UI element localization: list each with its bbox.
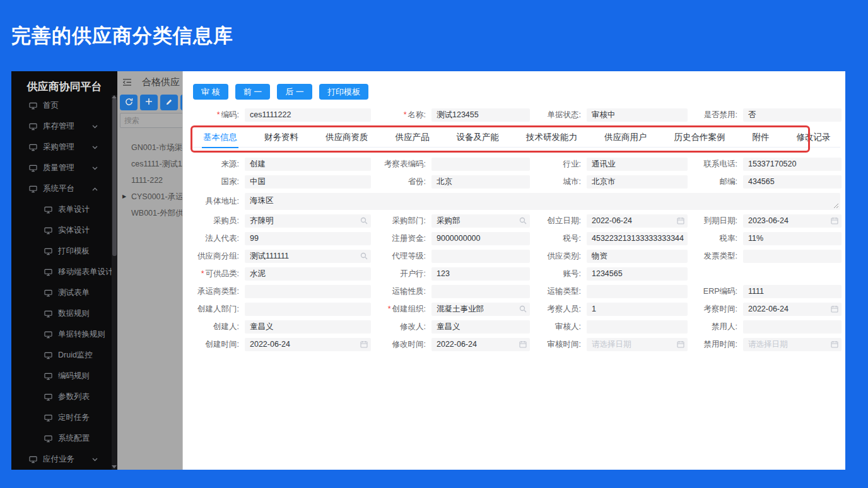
refresh-button[interactable] — [120, 95, 138, 110]
text-field[interactable] — [743, 250, 842, 263]
text-field[interactable] — [245, 303, 371, 316]
add-button[interactable] — [140, 95, 158, 110]
sidebar-subitem[interactable]: 移动端表单设计列表 — [11, 262, 112, 282]
text-field[interactable]: 创建 — [245, 158, 371, 171]
sidebar-subitem[interactable]: 系统配置 — [11, 428, 112, 449]
text-field[interactable]: 434565 — [743, 175, 842, 189]
text-field[interactable]: 123 — [431, 267, 530, 281]
tab-item[interactable]: 基本信息 — [203, 132, 237, 143]
sidebar-subitem[interactable]: 测试表单 — [11, 282, 112, 303]
lookup-field[interactable]: 混凝土事业部 — [431, 303, 530, 316]
text-field[interactable]: 否 — [743, 108, 842, 122]
text-field[interactable]: 15337170520 — [743, 158, 842, 171]
text-field[interactable]: 通讯业 — [587, 158, 688, 171]
text-field[interactable] — [431, 250, 530, 263]
text-field[interactable] — [431, 158, 530, 171]
text-field[interactable]: 1 — [587, 303, 688, 316]
text-field[interactable]: 审核中 — [587, 108, 688, 122]
text-field[interactable]: 11% — [743, 232, 842, 245]
tab-item[interactable]: 设备及产能 — [457, 132, 500, 143]
lookup-field[interactable]: 测试111111 — [245, 250, 371, 263]
date-field[interactable]: 请选择日期 — [587, 338, 688, 351]
field-value: 通讯业 — [592, 160, 616, 168]
tab-item[interactable]: 供应商用户 — [604, 132, 647, 143]
text-field[interactable] — [431, 285, 530, 298]
form-row: 国家:中国省份:北京城市:北京市邮编:434565 — [188, 173, 840, 190]
lookup-field[interactable]: 采购部 — [431, 214, 530, 228]
collapse-sidebar-icon[interactable] — [122, 78, 132, 86]
sidebar-item[interactable]: 首页 — [11, 95, 112, 116]
text-field[interactable] — [587, 320, 688, 334]
date-field[interactable]: 2022-06-24 — [587, 214, 688, 228]
date-field[interactable]: 2023-06-24 — [743, 214, 842, 228]
text-field[interactable]: 1111 — [743, 285, 842, 298]
text-field[interactable]: 99 — [245, 232, 371, 245]
text-field[interactable]: 9000000000 — [431, 232, 530, 245]
plus-icon — [145, 98, 153, 107]
sidebar-item[interactable]: 系统平台 — [11, 178, 112, 199]
resize-handle-icon[interactable] — [833, 203, 839, 209]
sidebar-subitem[interactable]: 表单设计 — [11, 199, 112, 220]
address-textarea[interactable]: 海珠区 — [245, 193, 840, 210]
text-field[interactable]: 童昌义 — [245, 320, 371, 334]
scroll-down-icon[interactable] — [112, 465, 117, 468]
tab-item[interactable]: 供应产品 — [396, 132, 430, 143]
tab-item[interactable]: 财务资料 — [264, 132, 298, 143]
list-toolbar: 全 — [120, 95, 183, 110]
list-item[interactable]: GN001-市场渠道 — [117, 139, 183, 156]
tab-item[interactable]: 附件 — [753, 132, 770, 143]
field-value: 中国 — [250, 177, 266, 186]
lookup-field[interactable]: 齐陳明 — [245, 214, 371, 228]
text-field[interactable]: 水泥 — [245, 267, 371, 281]
list-item[interactable]: WB001-外部供应 — [117, 205, 183, 221]
sidebar-item[interactable]: 质量管理 — [11, 158, 112, 178]
next-button[interactable]: 后 一 — [277, 84, 312, 100]
sidebar-item[interactable]: 采购管理 — [11, 137, 112, 158]
sidebar-subitem[interactable]: 打印模板 — [11, 241, 112, 262]
tab-item[interactable]: 修改记录 — [797, 132, 831, 143]
audit-button[interactable]: 审 核 — [193, 84, 228, 100]
tab-item[interactable]: 供应商资质 — [326, 132, 368, 143]
sidebar-subitem[interactable]: 单据转换规则 — [11, 324, 112, 345]
sidebar-subitem[interactable]: 实体设计 — [11, 220, 112, 241]
sidebar-subitem[interactable]: 编码规则 — [11, 366, 112, 386]
text-field[interactable]: 物资 — [587, 250, 688, 263]
text-field[interactable]: 中国 — [245, 175, 371, 189]
list-item[interactable]: ▶CYS0001-承运商 — [117, 189, 183, 205]
text-field[interactable] — [743, 320, 842, 334]
edit-button[interactable] — [160, 95, 178, 110]
text-field[interactable]: 北京 — [431, 175, 530, 189]
print-template-button[interactable]: 打印模板 — [319, 84, 368, 100]
date-field[interactable]: 请选择日期 — [743, 338, 842, 351]
date-field[interactable]: 2022-06-24 — [743, 303, 842, 316]
previous-button[interactable]: 前 一 — [235, 84, 271, 100]
text-field[interactable]: 1234565 — [587, 267, 688, 281]
sidebar-subitem[interactable]: Druid监控 — [11, 345, 112, 366]
list-item[interactable]: ces1111-测试111 — [117, 156, 183, 172]
text-field[interactable]: 测试123455 — [431, 108, 530, 122]
scrollbar-thumb[interactable] — [112, 98, 117, 256]
sidebar-subitem[interactable]: 参数列表 — [11, 386, 112, 407]
text-field[interactable]: ces1111222 — [245, 108, 371, 122]
field-label: 单据状态: — [531, 110, 585, 120]
search-input[interactable] — [120, 113, 183, 128]
list-item[interactable]: 1111-222 — [117, 172, 183, 189]
sidebar-scrollbar[interactable] — [112, 95, 117, 470]
date-field[interactable]: 2022-06-24 — [245, 338, 371, 351]
date-field[interactable]: 2022-06-24 — [431, 338, 530, 351]
text-field[interactable] — [587, 285, 688, 298]
tab-item[interactable]: 技术研发能力 — [526, 132, 577, 143]
expand-arrow-icon[interactable]: ▶ — [122, 189, 126, 205]
tab-item[interactable]: 历史合作案例 — [674, 132, 725, 143]
monitor-icon — [44, 310, 52, 318]
text-field[interactable]: 童昌义 — [431, 320, 530, 334]
text-field[interactable]: 北京市 — [587, 175, 688, 189]
field-label: 供应类别: — [531, 251, 585, 262]
sidebar-subitem[interactable]: 定时任务 — [11, 407, 112, 428]
monitor-icon — [29, 456, 37, 463]
sidebar-subitem[interactable]: 数据规则 — [11, 303, 112, 324]
sidebar-item[interactable]: 库存管理 — [11, 116, 112, 137]
text-field[interactable] — [245, 285, 371, 298]
text-field[interactable]: 453223213133333333344 — [587, 232, 688, 245]
sidebar-item[interactable]: 应付业务 — [11, 449, 112, 470]
